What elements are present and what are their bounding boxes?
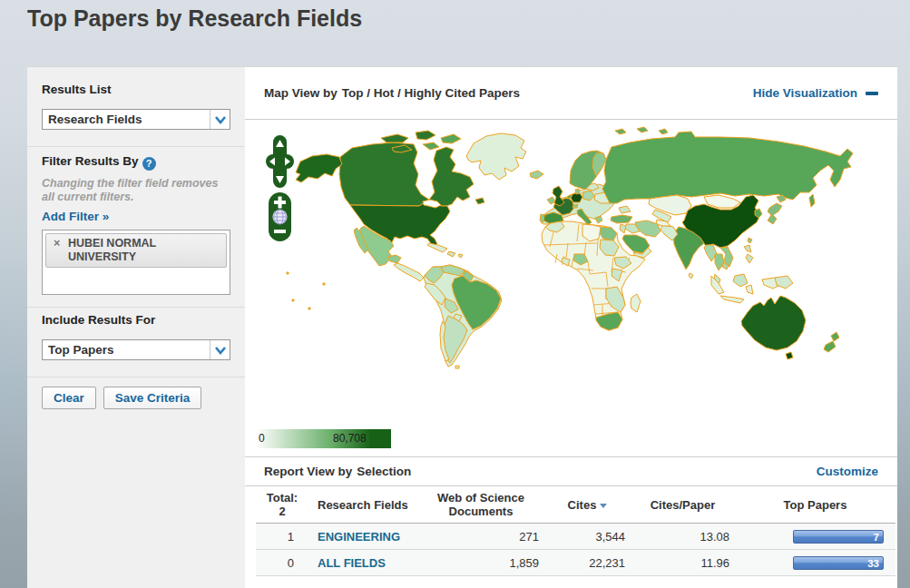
clear-button[interactable]: Clear [42, 387, 96, 409]
field-link[interactable]: ENGINEERING [308, 530, 417, 544]
report-table: Total: 2 Research Fields Web of Science … [245, 486, 897, 576]
sort-arrow-icon [600, 504, 607, 508]
filter-tag-label: HUBEI NORMAL UNIVERSITY [68, 237, 204, 264]
filter-tag[interactable]: × HUBEI NORMAL UNIVERSITY [45, 233, 227, 268]
hide-visualization-link[interactable]: Hide Visualization [753, 86, 878, 100]
filter-box: × HUBEI NORMAL UNIVERSITY [42, 230, 230, 295]
main-content: Map View byTop / Hot / Highly Cited Pape… [245, 66, 897, 588]
col-research-fields: Research Fields [308, 498, 417, 512]
col-total: Total: 2 [256, 491, 308, 518]
add-filter-link[interactable]: Add Filter » [42, 210, 109, 223]
table-row: 0 ALL FIELDS 1,859 22,231 11.96 33 [256, 550, 895, 576]
cpp-value: 11.96 [631, 556, 735, 570]
docs-value: 271 [417, 530, 544, 544]
cites-value: 3,544 [544, 530, 631, 544]
legend-min-label: 0 [259, 432, 265, 445]
table-header-row: Total: 2 Research Fields Web of Science … [256, 486, 895, 524]
legend-gradient-bar [256, 429, 391, 448]
results-list-label: Results List [42, 83, 230, 96]
map-zoom-control[interactable] [269, 192, 291, 241]
top-papers-bar-cell: 33 [735, 556, 895, 570]
top-papers-bar-cell: 7 [735, 530, 895, 544]
include-results-section: Include Results For Top Papers [27, 307, 245, 377]
map-header: Map View byTop / Hot / Highly Cited Pape… [245, 67, 897, 120]
map-region: 0 80,708 [245, 120, 897, 457]
include-results-label: Include Results For [42, 313, 230, 327]
sidebar: Results List Research Fields Filter Resu… [27, 66, 245, 588]
customize-link[interactable]: Customize [817, 465, 878, 478]
legend-max-label: 80,708 [333, 432, 367, 445]
map-view-title: Top / Hot / Highly Cited Papers [342, 86, 520, 100]
col-top-papers: Top Papers [735, 498, 895, 512]
include-results-select[interactable]: Top Papers [42, 339, 230, 360]
chevron-down-icon [210, 110, 230, 129]
minus-icon [866, 92, 878, 95]
actions-section: Clear Save Criteria [27, 377, 245, 426]
report-header: Report View bySelection Customize [245, 457, 897, 486]
remove-filter-icon[interactable]: × [54, 237, 60, 250]
row-number: 0 [256, 556, 308, 570]
table-row: 1 ENGINEERING 271 3,544 13.08 7 [256, 524, 895, 550]
results-list-value: Research Fields [48, 113, 142, 126]
chevron-down-icon [210, 340, 230, 359]
filter-section: Filter Results By? Changing the filter f… [27, 146, 245, 307]
map-pan-control[interactable] [266, 135, 294, 188]
field-link[interactable]: ALL FIELDS [308, 556, 417, 570]
help-icon[interactable]: ? [142, 157, 156, 171]
save-criteria-button[interactable]: Save Criteria [103, 387, 202, 409]
cpp-value: 13.08 [631, 530, 735, 544]
map-view-label: Map View byTop / Hot / Highly Cited Pape… [264, 86, 520, 100]
top-papers-bar[interactable]: 33 [793, 556, 884, 570]
results-list-section: Results List Research Fields [27, 67, 245, 146]
col-cites-per-paper: Cites/Paper [631, 498, 735, 512]
filter-note: Changing the filter field removes all cu… [42, 177, 230, 204]
report-view-title: Selection [357, 465, 411, 478]
row-number: 1 [256, 530, 308, 544]
world-map[interactable] [245, 120, 897, 427]
map-legend: 0 80,708 [256, 429, 391, 448]
world-map-countries [287, 127, 853, 368]
col-wos-documents: Web of Science Documents [417, 491, 544, 518]
results-list-select[interactable]: Research Fields [42, 109, 230, 130]
include-results-value: Top Papers [48, 343, 114, 357]
cites-value: 22,231 [544, 556, 631, 570]
page-title: Top Papers by Research Fields [0, 0, 910, 66]
docs-value: 1,859 [417, 556, 544, 570]
filter-by-label: Filter Results By? [42, 154, 230, 171]
report-view-label: Report View bySelection [264, 465, 411, 478]
top-papers-bar[interactable]: 7 [793, 530, 884, 544]
col-cites-sort[interactable]: Cites [544, 498, 631, 512]
